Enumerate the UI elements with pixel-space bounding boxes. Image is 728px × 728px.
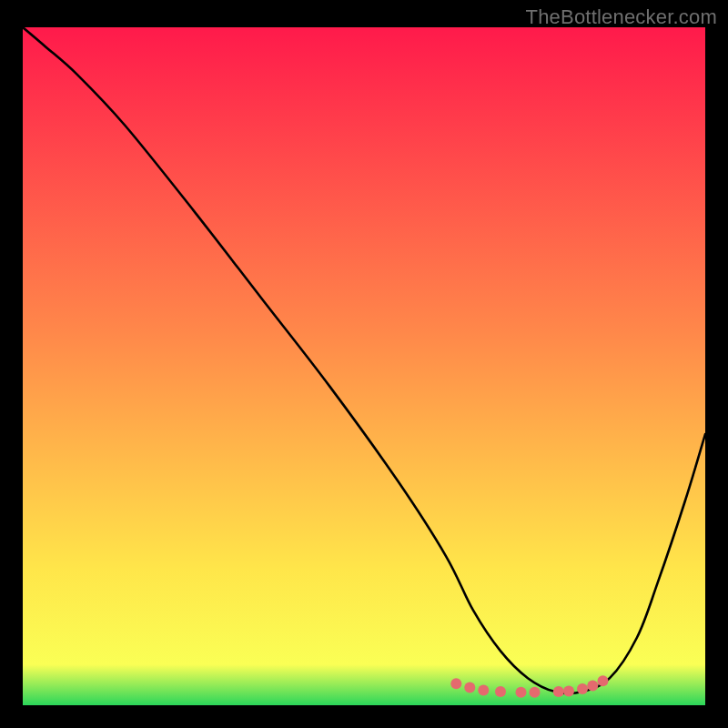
optimal-marker xyxy=(553,686,564,697)
optimal-marker xyxy=(577,683,588,694)
optimal-marker xyxy=(587,680,598,691)
optimal-marker xyxy=(563,685,574,696)
optimal-marker xyxy=(495,686,506,697)
optimal-marker xyxy=(478,685,489,696)
plot-area xyxy=(23,27,705,705)
optimal-marker xyxy=(450,678,461,689)
optimal-marker xyxy=(464,682,475,693)
gradient-background xyxy=(23,27,705,705)
attribution-label: TheBottlenecker.com xyxy=(526,5,717,29)
optimal-marker xyxy=(516,687,527,698)
chart-svg xyxy=(23,27,705,705)
optimal-marker xyxy=(530,687,541,698)
chart-container: TheBottlenecker.com xyxy=(0,0,728,728)
optimal-marker xyxy=(598,675,609,686)
